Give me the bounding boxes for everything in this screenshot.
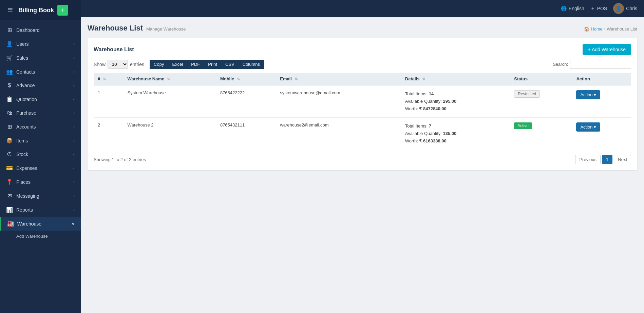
pdf-button[interactable]: PDF	[187, 60, 204, 69]
page-content: Warehouse List Manage Warehouse 🏠 Home ›…	[81, 17, 644, 313]
columns-button[interactable]: Columns	[239, 60, 264, 69]
col-status: Status	[510, 73, 572, 85]
excel-button[interactable]: Excel	[168, 60, 187, 69]
sidebar-item-purchase[interactable]: 🛍 Purchase ‹	[0, 106, 81, 120]
entries-select[interactable]: 10 25 50 100	[108, 60, 128, 69]
purchase-icon: 🛍	[6, 110, 13, 116]
col-num: # ⇅	[94, 73, 124, 85]
cell-num: 1	[94, 85, 124, 118]
cell-email: systemwarehouse@email.com	[276, 85, 401, 118]
chevron-right-icon: ‹	[73, 208, 75, 212]
sidebar-item-users[interactable]: 👤 Users ‹	[0, 37, 81, 51]
page-header: Warehouse List Manage Warehouse 🏠 Home ›…	[88, 24, 637, 33]
page-1-button[interactable]: 1	[602, 155, 612, 164]
show-entries-control: Show 10 25 50 100 entries	[94, 60, 144, 69]
stock-icon: ⏱	[6, 151, 13, 157]
search-input[interactable]	[570, 60, 631, 69]
sidebar-item-places[interactable]: 📍 Places ‹	[0, 175, 81, 189]
cell-details: Total Items: 14 Available Quantity: 295.…	[401, 85, 510, 118]
action-button[interactable]: Action ▾	[576, 122, 600, 132]
accounts-icon: ⊞	[6, 123, 13, 130]
print-button[interactable]: Print	[204, 60, 221, 69]
chevron-right-icon: ‹	[73, 111, 75, 115]
table-row: 2 Warehouse 2 8765432111 warehouse2@emai…	[94, 118, 631, 150]
warehouse-list-card: Warehouse List + Add Warehouse Show 10 2…	[88, 38, 637, 170]
warehouse-table: # ⇅ Warehouse Name ⇅ Mobile ⇅ Email ⇅ De…	[94, 73, 631, 150]
home-icon: 🏠	[584, 26, 589, 32]
sidebar-header: ☰ Billing Book +	[0, 0, 81, 20]
card-title: Warehouse List	[94, 46, 134, 53]
sales-icon: 🛒	[6, 55, 13, 61]
status-badge: Restricted	[514, 90, 540, 98]
csv-button[interactable]: CSV	[221, 60, 239, 69]
sidebar-subitem-add-warehouse[interactable]: Add Warehouse	[0, 231, 81, 242]
chevron-right-icon: ‹	[73, 124, 75, 129]
previous-page-button[interactable]: Previous	[575, 155, 601, 164]
copy-button[interactable]: Copy	[150, 60, 168, 69]
next-page-button[interactable]: Next	[614, 155, 631, 164]
export-buttons: Copy Excel PDF Print CSV Columns	[150, 60, 264, 69]
col-email: Email ⇅	[276, 73, 401, 85]
language-label: English	[569, 6, 584, 11]
sidebar-item-warehouse[interactable]: 🏭 Warehouse ∨	[0, 217, 81, 231]
col-mobile: Mobile ⇅	[216, 73, 276, 85]
sidebar-item-items[interactable]: 📦 Items ‹	[0, 134, 81, 148]
quotation-icon: 📋	[6, 96, 13, 102]
user-menu[interactable]: 👤 Chris	[613, 3, 637, 14]
status-badge: Active	[514, 122, 532, 129]
items-icon: 📦	[6, 137, 13, 144]
entries-label: entries	[130, 62, 144, 67]
sidebar-item-label: Reports	[16, 207, 70, 213]
cell-action: Action ▾	[572, 118, 631, 150]
pos-button[interactable]: ＋ POS	[590, 5, 607, 12]
chevron-right-icon: ‹	[73, 180, 75, 184]
cell-name: Warehouse 2	[124, 118, 216, 150]
sidebar-item-dashboard[interactable]: ⊞ Dashboard	[0, 23, 81, 37]
search-area: Search:	[553, 60, 631, 69]
contacts-icon: 👥	[6, 69, 13, 75]
cell-email: warehouse2@email.com	[276, 118, 401, 150]
sidebar-item-sales[interactable]: 🛒 Sales ‹	[0, 51, 81, 65]
col-action: Action	[572, 73, 631, 85]
col-name: Warehouse Name ⇅	[124, 73, 216, 85]
page-title-area: Warehouse List Manage Warehouse	[88, 24, 186, 33]
pagination: Previous 1 Next	[575, 155, 631, 164]
cell-details: Total Items: 7 Available Quantity: 135.0…	[401, 118, 510, 150]
sidebar-item-advance[interactable]: $ Advance ‹	[0, 79, 81, 92]
chevron-right-icon: ‹	[73, 152, 75, 157]
quick-add-button[interactable]: +	[57, 5, 68, 16]
warehouse-icon: 🏭	[7, 220, 14, 227]
breadcrumb-home[interactable]: Home	[591, 26, 603, 32]
entries-info: Showing 1 to 2 of 2 entries	[94, 157, 146, 162]
breadcrumb-separator: ›	[604, 26, 605, 32]
sidebar-item-messaging[interactable]: ✉ Messaging ‹	[0, 189, 81, 203]
sidebar-item-quotation[interactable]: 📋 Quotation ‹	[0, 92, 81, 106]
sidebar-item-reports[interactable]: 📊 Reports ‹	[0, 203, 81, 217]
dashboard-icon: ⊞	[6, 27, 13, 33]
sidebar-item-expenses[interactable]: 💳 Expenses ‹	[0, 161, 81, 175]
search-label: Search:	[553, 62, 568, 67]
sidebar-item-contacts[interactable]: 👥 Contacts ‹	[0, 65, 81, 79]
sidebar-item-label: Items	[16, 138, 70, 143]
sidebar-item-label: Warehouse	[17, 221, 68, 227]
card-header: Warehouse List + Add Warehouse	[94, 44, 631, 55]
sidebar-item-label: Places	[16, 179, 70, 185]
menu-toggle-button[interactable]: ☰	[5, 6, 15, 15]
sidebar-item-label: Messaging	[16, 193, 70, 199]
chevron-right-icon: ‹	[73, 138, 75, 143]
cell-num: 2	[94, 118, 124, 150]
sidebar: ☰ Billing Book + ⊞ Dashboard 👤 Users ‹ 🛒…	[0, 0, 81, 313]
chevron-right-icon: ‹	[73, 83, 75, 88]
action-button[interactable]: Action ▾	[576, 90, 600, 99]
sidebar-item-stock[interactable]: ⏱ Stock ‹	[0, 148, 81, 161]
page-title: Warehouse List	[88, 24, 143, 33]
table-header-row: # ⇅ Warehouse Name ⇅ Mobile ⇅ Email ⇅ De…	[94, 73, 631, 85]
language-selector[interactable]: 🌐 English	[561, 6, 584, 11]
sidebar-item-label: Contacts	[16, 69, 70, 75]
pos-icon: ＋	[590, 5, 595, 12]
app-title: Billing Book	[18, 7, 54, 14]
chevron-right-icon: ‹	[73, 56, 75, 60]
add-warehouse-button[interactable]: + Add Warehouse	[583, 44, 631, 55]
add-warehouse-label: Add Warehouse	[16, 234, 48, 239]
sidebar-item-accounts[interactable]: ⊞ Accounts ‹	[0, 120, 81, 134]
